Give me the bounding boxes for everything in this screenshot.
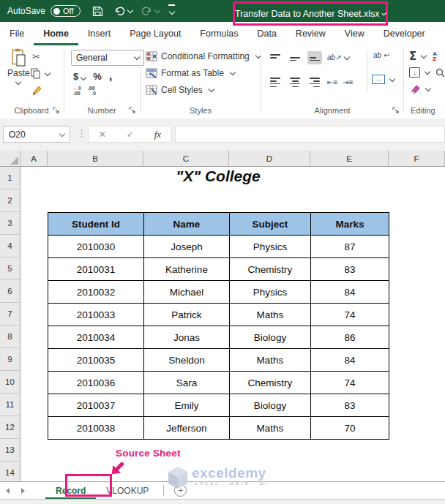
sheet-tab-record[interactable]: Record [45, 482, 96, 499]
orientation-button[interactable]: ab↗ [327, 53, 349, 61]
table-cell[interactable]: Katherine [144, 258, 230, 281]
row-header-8[interactable]: 8 [0, 326, 20, 348]
row-header-5[interactable]: 5 [0, 257, 20, 280]
format-as-table-button[interactable]: Format as Table [146, 68, 235, 78]
comma-style-button[interactable]: , [109, 69, 113, 83]
format-painter-button[interactable] [32, 84, 43, 95]
row-header-10[interactable]: 10 [0, 371, 20, 394]
number-format-select[interactable]: General [71, 50, 144, 66]
table-cell[interactable]: 2010032 [48, 281, 144, 304]
table-cell[interactable]: 2010035 [48, 349, 144, 372]
table-header-cell[interactable]: Name [144, 213, 230, 236]
column-header-A[interactable]: A [20, 151, 48, 167]
align-right-icon[interactable] [307, 75, 322, 90]
paste-dropdown-icon[interactable] [15, 79, 21, 85]
table-cell[interactable]: 87 [311, 236, 389, 258]
sheet-canvas[interactable]: "X" College Student IdNameSubjectMarks20… [20, 167, 445, 481]
alignment-dialog-launcher[interactable] [392, 107, 400, 114]
copy-button[interactable] [31, 68, 50, 79]
ribbon-tab-file[interactable]: File [0, 22, 34, 45]
conditional-formatting-button[interactable]: Conditional Formatting [146, 51, 261, 61]
table-cell[interactable]: 84 [311, 281, 389, 304]
table-cell[interactable]: 2010034 [48, 326, 144, 349]
select-all-corner[interactable] [0, 151, 20, 167]
sheet-nav-left-icon[interactable] [6, 488, 10, 494]
enter-button[interactable]: ✓ [127, 129, 134, 140]
top-align-icon[interactable] [268, 51, 283, 64]
clear-button[interactable] [409, 84, 430, 94]
row-header-4[interactable]: 4 [0, 235, 20, 257]
autosum-button[interactable]: Σ AZ [409, 50, 437, 63]
middle-align-icon[interactable] [288, 51, 302, 64]
table-cell[interactable]: Patrick [144, 304, 230, 326]
table-cell[interactable]: Joseph [144, 236, 230, 258]
align-center-icon[interactable] [288, 75, 302, 90]
row-header-13[interactable]: 13 [0, 439, 20, 462]
wrap-text-button[interactable]: ab↩ [373, 51, 390, 59]
paste-button[interactable]: Paste [7, 48, 30, 84]
increase-indent-icon[interactable]: ⇥≡ [343, 78, 353, 86]
percent-button[interactable]: % [93, 71, 102, 82]
number-dialog-launcher[interactable] [129, 107, 136, 114]
row-header-1[interactable]: 1 [0, 167, 20, 189]
row-header-11[interactable]: 11 [0, 394, 20, 416]
table-cell[interactable]: 70 [311, 417, 389, 440]
table-cell[interactable]: Maths [230, 349, 311, 372]
table-cell[interactable]: Sara [144, 372, 230, 394]
table-cell[interactable]: 2010031 [48, 258, 144, 281]
table-cell[interactable]: Maths [230, 417, 311, 440]
row-header-2[interactable]: 2 [0, 189, 20, 212]
column-header-F[interactable]: F [389, 151, 445, 167]
column-header-C[interactable]: C [143, 151, 229, 167]
table-cell[interactable]: 2010030 [48, 236, 144, 258]
insert-function-button[interactable]: fx [154, 129, 161, 140]
currency-button[interactable]: $ [73, 71, 86, 82]
decrease-indent-icon[interactable]: ⇤≡ [327, 78, 337, 86]
sheet-nav-right-icon[interactable] [21, 488, 25, 494]
table-cell[interactable]: Physics [230, 281, 311, 304]
table-cell[interactable]: Emily [144, 394, 230, 417]
table-cell[interactable]: 2010036 [48, 372, 144, 394]
autosave-toggle[interactable]: Off [51, 5, 80, 17]
table-cell[interactable]: 83 [311, 394, 389, 417]
row-header-12[interactable]: 12 [0, 416, 20, 439]
column-header-E[interactable]: E [310, 151, 389, 167]
table-cell[interactable]: 2010033 [48, 304, 144, 326]
fill-button[interactable]: ↓ [409, 67, 445, 78]
cancel-button[interactable]: ✕ [99, 129, 106, 140]
copy-dropdown-icon[interactable] [45, 69, 51, 75]
table-cell[interactable]: 83 [311, 258, 389, 281]
row-header-6[interactable]: 6 [0, 280, 20, 303]
sort-filter-button[interactable]: AZ [433, 51, 437, 61]
table-cell[interactable]: Sheldon [144, 349, 230, 372]
table-cell[interactable]: Biology [230, 394, 311, 417]
row-header-9[interactable]: 9 [0, 348, 20, 371]
column-header-D[interactable]: D [229, 151, 310, 167]
customize-toolbar-icon[interactable] [168, 4, 175, 17]
table-header-cell[interactable]: Marks [311, 213, 389, 236]
undo-dropdown-icon[interactable] [127, 7, 132, 13]
bottom-align-icon[interactable] [307, 51, 322, 64]
table-header-cell[interactable]: Student Id [48, 213, 144, 236]
decrease-decimal-button[interactable]: ←0.00 [73, 86, 81, 96]
increase-decimal-button[interactable]: .00→0 [88, 86, 96, 96]
table-header-cell[interactable]: Subject [230, 213, 311, 236]
save-icon[interactable] [92, 5, 104, 17]
table-cell[interactable]: 84 [311, 349, 389, 372]
table-cell[interactable]: 74 [311, 304, 389, 326]
undo-button[interactable] [114, 6, 132, 16]
document-title[interactable]: Transfer Data to Another Sheet.xlsx [235, 9, 380, 19]
cut-button[interactable]: ✂ [32, 51, 40, 62]
find-icon[interactable] [435, 68, 445, 78]
column-header-B[interactable]: B [48, 151, 143, 167]
table-cell[interactable]: Biology [230, 326, 311, 349]
table-cell[interactable]: Michael [144, 281, 230, 304]
ribbon-tab-home[interactable]: Home [34, 22, 78, 45]
table-cell[interactable]: Physics [230, 236, 311, 258]
merge-center-button[interactable]: ↔ [372, 75, 394, 84]
row-header-7[interactable]: 7 [0, 303, 20, 326]
ribbon-tab-page-layout[interactable]: Page Layout [120, 22, 190, 45]
row-header-3[interactable]: 3 [0, 212, 20, 235]
ribbon-tab-insert[interactable]: Insert [78, 22, 120, 45]
formula-bar-splitter[interactable]: ⋮ [78, 129, 86, 138]
